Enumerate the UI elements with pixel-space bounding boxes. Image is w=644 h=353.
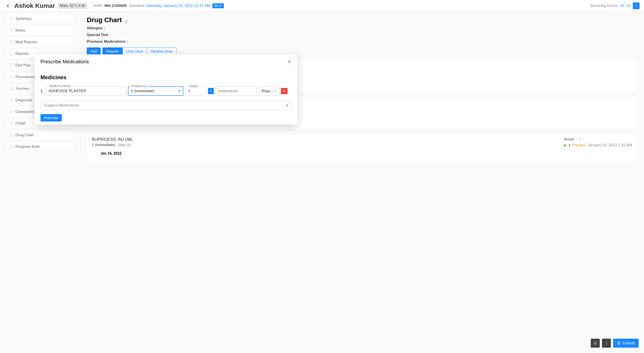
days-field: Day(s)	[185, 86, 206, 96]
medicine-name-input[interactable]	[46, 86, 126, 96]
row-number: 1.	[40, 89, 44, 94]
delete-row-button[interactable]: ✕	[281, 88, 288, 94]
dose-type-select[interactable]: Regu... ▾	[258, 86, 279, 96]
dose-type-field: Regu... ▾	[258, 86, 279, 96]
medicine-name-label: Medicine Name	[48, 84, 72, 88]
medicine-row: 1. Medicine Name Frequency ✕ Day(s) ▾	[40, 86, 291, 96]
frequency-label: Frequency	[130, 84, 148, 88]
suggest-placeholder: Suggest Medications	[44, 103, 79, 108]
days-label: Day(s)	[188, 84, 199, 88]
days-dropdown-button[interactable]: ▾	[208, 88, 214, 94]
prescribe-button[interactable]: Prescribe	[40, 114, 62, 122]
medicines-section-title: Medicines	[40, 74, 291, 81]
days-input[interactable]	[185, 86, 206, 96]
close-icon[interactable]: ✕	[287, 59, 291, 65]
clear-icon[interactable]: ✕	[178, 89, 181, 94]
chevron-down-icon: ▾	[286, 103, 288, 108]
suggest-medications-select[interactable]: Suggest Medications ▾	[40, 101, 291, 110]
instructions-field	[216, 86, 257, 96]
medicine-name-field: Medicine Name	[46, 86, 126, 96]
modal-backdrop	[0, 0, 644, 353]
prescribe-modal: Prescribe Medications ✕ Medicines 1. Med…	[35, 54, 297, 125]
chevron-down-icon: ▾	[275, 90, 276, 93]
instructions-input[interactable]	[216, 86, 257, 96]
frequency-input[interactable]	[128, 86, 183, 96]
dose-type-value: Regu...	[262, 89, 274, 93]
frequency-field: Frequency ✕	[128, 86, 183, 96]
modal-title: Prescribe Medications	[40, 59, 89, 65]
